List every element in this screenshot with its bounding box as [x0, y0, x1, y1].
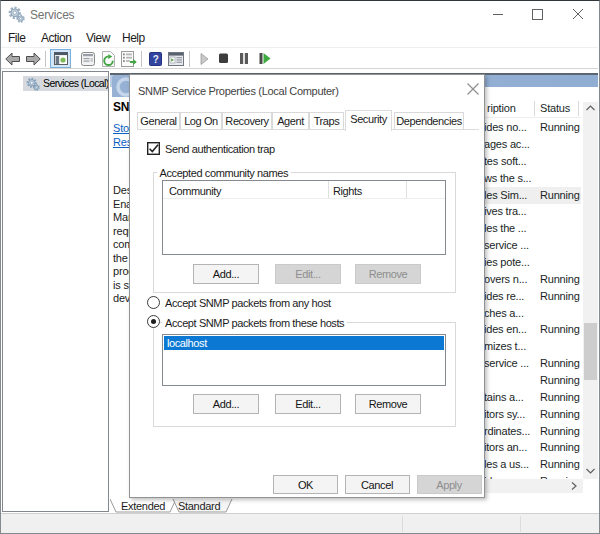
svg-text:?: ?: [153, 54, 159, 65]
